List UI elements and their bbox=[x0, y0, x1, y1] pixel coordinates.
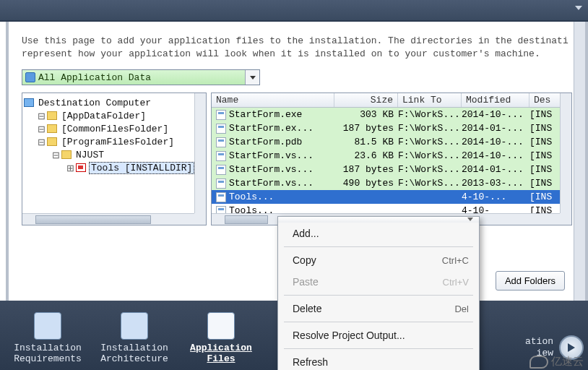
cell-link: F:\WorkS... bbox=[398, 123, 462, 134]
file-list[interactable]: Name Size Link To Modified Des StartForm… bbox=[211, 92, 572, 225]
tree-vertical-scrollbar[interactable] bbox=[194, 93, 206, 213]
file-row[interactable]: StartForm.vs...23.6 KBF:\WorkS...2014-10… bbox=[212, 149, 571, 163]
cell-size: 23.6 KB bbox=[334, 150, 398, 161]
file-icon bbox=[216, 192, 226, 202]
tree-node[interactable]: ⊟ NJUST bbox=[24, 148, 204, 161]
watermark-logo-icon bbox=[529, 356, 548, 369]
cell-modified: 2014-10-... bbox=[462, 109, 529, 120]
tree-node[interactable]: ⊟ [CommonFilesFolder] bbox=[24, 122, 204, 135]
filter-icon bbox=[25, 72, 35, 82]
ctx-copy[interactable]: CopyCtrl+C bbox=[278, 249, 479, 271]
col-modified[interactable]: Modified bbox=[462, 93, 529, 107]
scroll-thumb[interactable] bbox=[225, 215, 268, 224]
file-row[interactable]: Tools...4-10-...[INS bbox=[212, 190, 571, 204]
tree-node-selected[interactable]: ⊞ Tools [INSTALLDIR] bbox=[24, 161, 204, 174]
cell-size: 187 bytes bbox=[334, 123, 398, 134]
file-row[interactable]: StartForm.ex...187 bytesF:\WorkS...2014-… bbox=[212, 121, 571, 135]
cell-name: Tools... bbox=[229, 192, 334, 202]
file-icon bbox=[216, 124, 226, 134]
filter-combo[interactable]: All Application Data bbox=[22, 69, 260, 85]
separator bbox=[284, 348, 473, 349]
files-icon bbox=[207, 312, 235, 340]
filter-label: All Application Data bbox=[38, 72, 151, 83]
cell-size: 303 KB bbox=[334, 109, 398, 120]
cell-name: StartForm.vs... bbox=[229, 164, 334, 175]
architecture-icon bbox=[121, 312, 148, 340]
cell-modified: 2014-10-... bbox=[462, 150, 529, 161]
expand-dash-icon[interactable]: ⊟ bbox=[35, 111, 47, 121]
separator bbox=[284, 322, 473, 322]
col-size[interactable]: Size bbox=[334, 93, 398, 107]
tree-node[interactable]: ⊟ [AppDataFolder] bbox=[24, 109, 204, 122]
col-link[interactable]: Link To bbox=[398, 93, 462, 107]
nav-installation-requirements[interactable]: InstallationRequirements bbox=[4, 308, 91, 367]
expand-dash-icon[interactable]: ⊟ bbox=[35, 124, 47, 134]
cell-modified: 4-10-... bbox=[462, 192, 529, 202]
requirements-icon bbox=[34, 312, 61, 340]
cell-link: F:\WorkS... bbox=[398, 150, 462, 161]
ctx-paste: PasteCtrl+V bbox=[278, 271, 479, 293]
cell-modified: 2014-01-... bbox=[462, 164, 529, 175]
ctx-delete[interactable]: DeleteDel bbox=[278, 298, 479, 319]
nav-installation-architecture[interactable]: InstallationArchitecture bbox=[91, 308, 178, 367]
cell-name: StartForm.exe bbox=[229, 109, 334, 120]
file-row[interactable]: StartForm.pdb81.5 KBF:\WorkS...2014-10-.… bbox=[212, 135, 571, 149]
cell-link: F:\WorkS... bbox=[398, 137, 462, 147]
ctx-resolve[interactable]: Resolve Project Output... bbox=[278, 324, 479, 346]
folder-icon bbox=[47, 111, 57, 120]
tree-root[interactable]: Destination Computer bbox=[24, 96, 204, 109]
folder-open-icon bbox=[61, 150, 72, 159]
cell-name: StartForm.pdb bbox=[229, 137, 334, 147]
file-icon bbox=[216, 165, 226, 175]
watermark: 亿速云 bbox=[529, 355, 584, 369]
cell-name: StartForm.vs... bbox=[229, 178, 334, 189]
file-icon bbox=[216, 151, 226, 161]
nav-application-files[interactable]: ApplicationFiles bbox=[178, 308, 264, 367]
chevron-down-icon[interactable] bbox=[245, 70, 259, 85]
cell-link: F:\WorkS... bbox=[398, 109, 462, 120]
title-bar bbox=[0, 0, 588, 22]
file-icon bbox=[216, 178, 226, 189]
file-icon bbox=[216, 110, 226, 120]
destination-tree[interactable]: Destination Computer ⊟ [AppDataFolder] ⊟… bbox=[22, 92, 207, 225]
scroll-corner bbox=[194, 213, 206, 225]
cell-name: StartForm.vs... bbox=[229, 150, 334, 161]
ctx-refresh[interactable]: Refresh bbox=[278, 351, 479, 370]
folder-icon bbox=[47, 137, 57, 146]
expand-icon[interactable]: ⊞ bbox=[64, 163, 76, 173]
cell-link: F:\WorkS... bbox=[398, 178, 462, 189]
cell-modified: 2014-01-... bbox=[462, 123, 529, 134]
context-menu-grip[interactable] bbox=[278, 217, 479, 223]
help-text: Use this page to add your application fi… bbox=[9, 22, 585, 64]
button-row: Add Folders bbox=[471, 271, 565, 291]
cell-link: F:\WorkS... bbox=[398, 164, 462, 175]
context-menu: Add... CopyCtrl+C PasteCtrl+V DeleteDel … bbox=[277, 216, 480, 370]
installdir-icon bbox=[76, 163, 86, 172]
file-list-header[interactable]: Name Size Link To Modified Des bbox=[212, 93, 571, 108]
collapse-icon[interactable]: ⊟ bbox=[50, 150, 61, 160]
list-vertical-scrollbar[interactable] bbox=[560, 93, 571, 213]
separator bbox=[284, 246, 473, 247]
titlebar-dropdown-icon[interactable] bbox=[575, 6, 582, 10]
cell-name: StartForm.ex... bbox=[229, 123, 334, 134]
ctx-add[interactable]: Add... bbox=[278, 223, 479, 244]
folder-icon bbox=[47, 124, 57, 133]
file-icon bbox=[216, 137, 226, 147]
separator bbox=[284, 295, 473, 296]
tree-node[interactable]: ⊟ [ProgramFilesFolder] bbox=[24, 135, 204, 148]
scroll-corner bbox=[560, 213, 571, 225]
tree-horizontal-scrollbar[interactable] bbox=[22, 213, 194, 225]
collapse-icon[interactable]: ⊟ bbox=[35, 137, 47, 147]
add-folders-button[interactable]: Add Folders bbox=[496, 271, 565, 291]
cell-modified: 2013-03-... bbox=[462, 178, 529, 189]
cell-size: 81.5 KB bbox=[334, 137, 398, 147]
file-row[interactable]: StartForm.vs...187 bytesF:\WorkS...2014-… bbox=[212, 163, 571, 176]
computer-icon bbox=[24, 98, 34, 107]
file-row[interactable]: StartForm.vs...490 bytesF:\WorkS...2013-… bbox=[212, 176, 571, 190]
file-row[interactable]: StartForm.exe303 KBF:\WorkS...2014-10-..… bbox=[212, 108, 571, 121]
page-vertical-scrollbar[interactable] bbox=[574, 22, 585, 301]
cell-modified: 2014-10-... bbox=[462, 137, 529, 147]
cell-size: 490 bytes bbox=[334, 178, 398, 189]
col-name[interactable]: Name bbox=[212, 93, 334, 107]
scroll-thumb[interactable] bbox=[35, 215, 151, 224]
